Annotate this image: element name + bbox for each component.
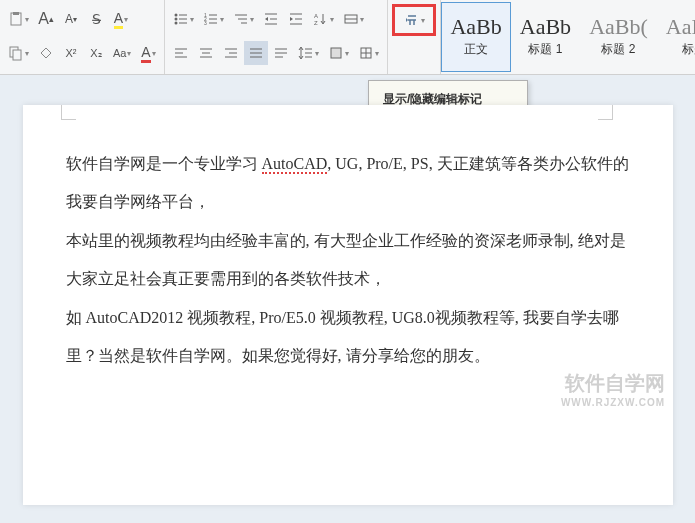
- shading-button[interactable]: ▾: [324, 41, 353, 65]
- svg-text:A: A: [314, 13, 318, 19]
- tab-button[interactable]: ▾: [339, 7, 368, 31]
- copy-button[interactable]: ▾: [4, 41, 33, 65]
- style-normal[interactable]: AaBb 正文: [441, 2, 510, 72]
- paste-button[interactable]: ▾: [4, 7, 33, 31]
- font-shrink-button[interactable]: A▾: [59, 7, 83, 31]
- increase-indent-button[interactable]: [284, 7, 308, 31]
- svg-point-8: [175, 22, 178, 25]
- font-grow-button[interactable]: A▴: [34, 7, 58, 31]
- align-center-button[interactable]: [194, 41, 218, 65]
- spellcheck-word: AutoCAD: [262, 155, 328, 174]
- highlight-button[interactable]: A▾: [109, 7, 133, 31]
- ribbon-toolbar: ▾ A▴ A▾ S̶ A▾ ▾ X² X₂ Aa▾ A▾ ▾ 123▾ ▾ AZ…: [0, 0, 695, 75]
- svg-point-6: [175, 18, 178, 21]
- show-hide-marks-button[interactable]: ▾: [392, 4, 436, 36]
- decrease-indent-button[interactable]: [259, 7, 283, 31]
- superscript-button[interactable]: X²: [59, 41, 83, 65]
- margin-marker-right: [598, 105, 613, 120]
- document-page[interactable]: 软件自学网是一个专业学习 AutoCAD, UG, Pro/E, PS, 天正建…: [23, 105, 673, 505]
- svg-rect-3: [13, 50, 21, 60]
- svg-rect-1: [13, 12, 19, 15]
- distribute-button[interactable]: [269, 41, 293, 65]
- clear-format-button[interactable]: [34, 41, 58, 65]
- text-run: 软件自学网是一个专业学习: [66, 155, 262, 172]
- font-color-button[interactable]: A▾: [136, 41, 160, 65]
- strikethrough-button[interactable]: S̶: [84, 7, 108, 31]
- change-case-button[interactable]: Aa▾: [109, 41, 135, 65]
- styles-gallery: AaBb 正文 AaBb 标题 1 AaBb( 标题 2 AaBbC 标题 3: [441, 0, 695, 74]
- text-run: 如 AutoCAD2012 视频教程, Pro/E5.0 视频教程, UG8.0…: [66, 309, 619, 364]
- style-heading2[interactable]: AaBb( 标题 2: [580, 2, 657, 72]
- svg-point-4: [175, 14, 178, 17]
- style-heading3[interactable]: AaBbC 标题 3: [657, 2, 695, 72]
- document-body[interactable]: 软件自学网是一个专业学习 AutoCAD, UG, Pro/E, PS, 天正建…: [41, 135, 655, 385]
- align-left-button[interactable]: [169, 41, 193, 65]
- svg-text:Z: Z: [314, 20, 318, 26]
- paragraph-group: ▾ 123▾ ▾ AZ▾ ▾ ▾ ▾ ▾: [165, 0, 388, 74]
- borders-button[interactable]: ▾: [354, 41, 383, 65]
- numbering-button[interactable]: 123▾: [199, 7, 228, 31]
- bullets-button[interactable]: ▾: [169, 7, 198, 31]
- margin-marker-left: [61, 105, 76, 120]
- svg-text:3: 3: [204, 20, 207, 26]
- svg-rect-47: [331, 48, 341, 58]
- sort-button[interactable]: AZ▾: [309, 7, 338, 31]
- align-justify-button[interactable]: [244, 41, 268, 65]
- multilevel-list-button[interactable]: ▾: [229, 7, 258, 31]
- line-spacing-button[interactable]: ▾: [294, 41, 323, 65]
- document-area: 软件自学网是一个专业学习 AutoCAD, UG, Pro/E, PS, 天正建…: [0, 75, 695, 505]
- subscript-button[interactable]: X₂: [84, 41, 108, 65]
- font-group: ▾ A▴ A▾ S̶ A▾ ▾ X² X₂ Aa▾ A▾: [0, 0, 165, 74]
- style-heading1[interactable]: AaBb 标题 1: [511, 2, 580, 72]
- align-right-button[interactable]: [219, 41, 243, 65]
- text-run: 本站里的视频教程均由经验丰富的, 有大型企业工作经验的资深老师录制, 绝对是大家…: [66, 232, 626, 287]
- marks-group: ▾: [388, 0, 441, 74]
